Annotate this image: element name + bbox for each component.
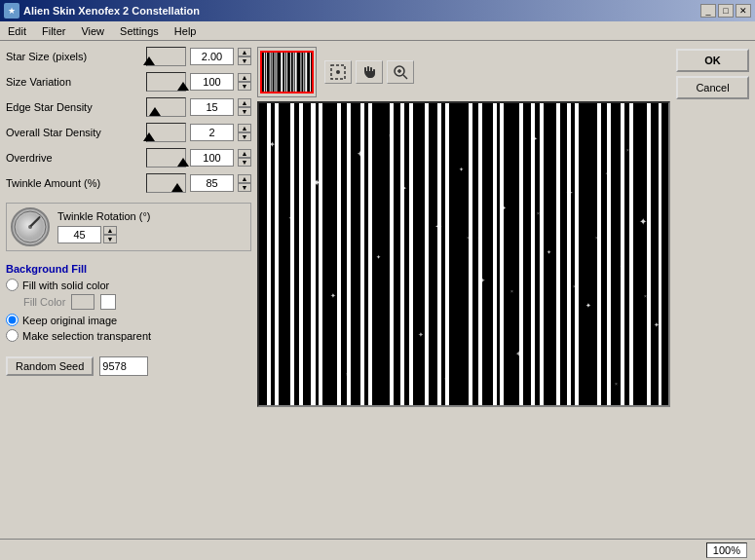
svg-text:✦: ✦ <box>566 188 574 198</box>
svg-rect-40 <box>394 103 400 405</box>
svg-text:✦: ✦ <box>639 216 647 227</box>
svg-text:✦: ✦ <box>501 205 507 211</box>
cancel-button[interactable]: Cancel <box>676 76 749 99</box>
svg-text:✦: ✦ <box>515 350 522 358</box>
size-variation-slider[interactable] <box>146 72 186 92</box>
edge-density-down[interactable]: ▼ <box>238 107 251 116</box>
menu-view[interactable]: View <box>77 23 108 39</box>
minimize-button[interactable]: _ <box>700 4 716 18</box>
overdrive-slider[interactable] <box>146 148 186 168</box>
star-size-up[interactable]: ▲ <box>238 48 251 56</box>
star-size-slider[interactable] <box>146 47 186 66</box>
edge-density-input[interactable] <box>190 98 234 116</box>
twinkle-amount-down[interactable]: ▼ <box>238 183 251 192</box>
zoom-level: 100% <box>706 542 747 558</box>
fill-solid-radio[interactable] <box>6 279 19 291</box>
background-fill-section: Background Fill Fill with solid color Fi… <box>6 263 251 345</box>
rotation-input-row: ▲ ▼ <box>57 226 151 243</box>
svg-rect-16 <box>294 53 295 92</box>
size-variation-down[interactable]: ▼ <box>238 82 251 91</box>
overall-density-input[interactable] <box>190 124 234 141</box>
fill-color-secondary[interactable] <box>100 294 116 310</box>
svg-rect-46 <box>472 103 478 405</box>
overall-density-slider[interactable] <box>146 123 186 142</box>
twinkle-amount-slider[interactable] <box>146 173 186 193</box>
maximize-button[interactable]: □ <box>718 4 734 18</box>
svg-text:✦: ✦ <box>418 331 424 338</box>
content-area: Star Size (pixels) ▲ ▼ Size Variation <box>0 41 755 539</box>
size-variation-up[interactable]: ▲ <box>238 73 251 82</box>
svg-text:✦: ✦ <box>585 302 591 309</box>
overdrive-up[interactable]: ▲ <box>238 149 251 158</box>
random-seed-button[interactable]: Random Seed <box>6 356 94 376</box>
fill-color-primary[interactable] <box>71 294 94 310</box>
selection-icon <box>329 63 347 81</box>
ok-button[interactable]: OK <box>676 49 749 72</box>
rotation-dial[interactable] <box>11 207 50 246</box>
svg-text:✦: ✦ <box>547 249 551 255</box>
keep-original-label[interactable]: Keep original image <box>22 315 117 326</box>
menu-filter[interactable]: Filter <box>38 23 69 39</box>
overall-density-down[interactable]: ▼ <box>238 132 251 141</box>
svg-text:×: × <box>557 356 560 362</box>
edge-density-slider[interactable] <box>146 97 186 117</box>
rotation-down[interactable]: ▼ <box>103 235 117 243</box>
bottom-bar: 100% <box>0 539 755 560</box>
svg-rect-43 <box>429 103 437 405</box>
svg-text:×: × <box>346 371 349 377</box>
preview-thumbnail[interactable] <box>260 51 314 93</box>
toolbar-row <box>321 60 414 84</box>
svg-rect-8 <box>271 53 272 92</box>
fill-color-row: Fill Color <box>23 294 251 310</box>
fill-solid-label[interactable]: Fill with solid color <box>22 280 109 291</box>
overdrive-down[interactable]: ▼ <box>238 158 251 167</box>
make-transparent-label[interactable]: Make selection transparent <box>22 330 151 342</box>
star-size-down[interactable]: ▼ <box>238 56 251 65</box>
svg-rect-34 <box>316 103 319 405</box>
make-transparent-radio[interactable] <box>6 329 19 342</box>
star-size-row: Star Size (pixels) ▲ ▼ <box>6 47 251 66</box>
menu-settings[interactable]: Settings <box>116 23 163 39</box>
svg-rect-38 <box>364 103 368 405</box>
svg-rect-12 <box>283 53 284 92</box>
tool-zoom-button[interactable] <box>387 60 414 84</box>
keep-original-radio[interactable] <box>6 314 19 326</box>
twinkle-rotation-input[interactable] <box>57 226 101 243</box>
svg-text:×: × <box>595 235 598 241</box>
close-button[interactable]: ✕ <box>736 4 751 18</box>
svg-rect-50 <box>523 103 531 405</box>
tool-selection-button[interactable] <box>324 60 352 84</box>
svg-text:×: × <box>276 269 279 275</box>
svg-rect-14 <box>287 53 290 92</box>
svg-rect-49 <box>504 103 519 405</box>
svg-rect-19 <box>304 53 305 92</box>
menu-edit[interactable]: Edit <box>4 23 30 39</box>
svg-text:×: × <box>573 283 576 289</box>
edge-density-up[interactable]: ▲ <box>238 98 251 107</box>
rotation-up[interactable]: ▲ <box>103 226 117 235</box>
svg-text:×: × <box>510 288 513 294</box>
svg-rect-56 <box>601 103 607 405</box>
size-variation-input[interactable] <box>190 73 234 91</box>
twinkle-amount-input[interactable] <box>190 174 234 192</box>
svg-text:✦: ✦ <box>288 215 293 221</box>
svg-rect-47 <box>482 103 493 405</box>
menu-help[interactable]: Help <box>170 23 201 39</box>
svg-text:×: × <box>320 240 322 245</box>
tool-hand-button[interactable] <box>356 60 383 84</box>
svg-rect-48 <box>497 103 500 405</box>
thumbnail-strip <box>257 47 317 97</box>
thumbnail-svg <box>262 52 312 93</box>
svg-text:×: × <box>368 313 371 318</box>
overdrive-label: Overdrive <box>6 152 142 164</box>
svg-text:×: × <box>493 152 496 158</box>
svg-rect-32 <box>294 103 299 405</box>
random-seed-input[interactable] <box>99 356 148 376</box>
star-size-input[interactable] <box>190 48 234 65</box>
overall-density-up[interactable]: ▲ <box>238 124 251 132</box>
star-size-label: Star Size (pixels) <box>6 51 142 62</box>
twinkle-amount-up[interactable]: ▲ <box>238 174 251 183</box>
svg-text:×: × <box>389 132 392 138</box>
preview-canvas: ✦ ✦ ✦ ✦ ✦ ✦ ✦ ✦ ✦ ✦ ✦ ✦ <box>259 103 668 405</box>
overdrive-input[interactable] <box>190 149 234 167</box>
